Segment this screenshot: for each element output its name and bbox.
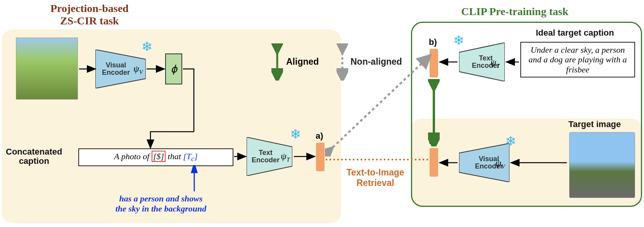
flow-arrows <box>0 0 644 227</box>
